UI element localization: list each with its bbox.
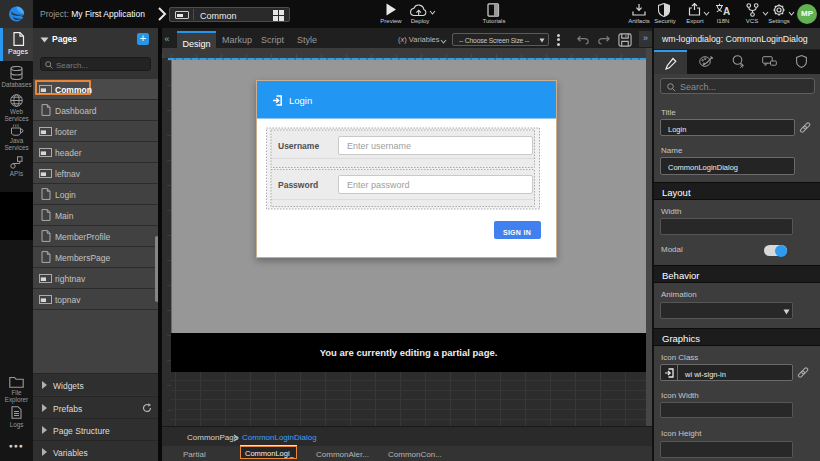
svg-text:A: A [723, 6, 730, 16]
